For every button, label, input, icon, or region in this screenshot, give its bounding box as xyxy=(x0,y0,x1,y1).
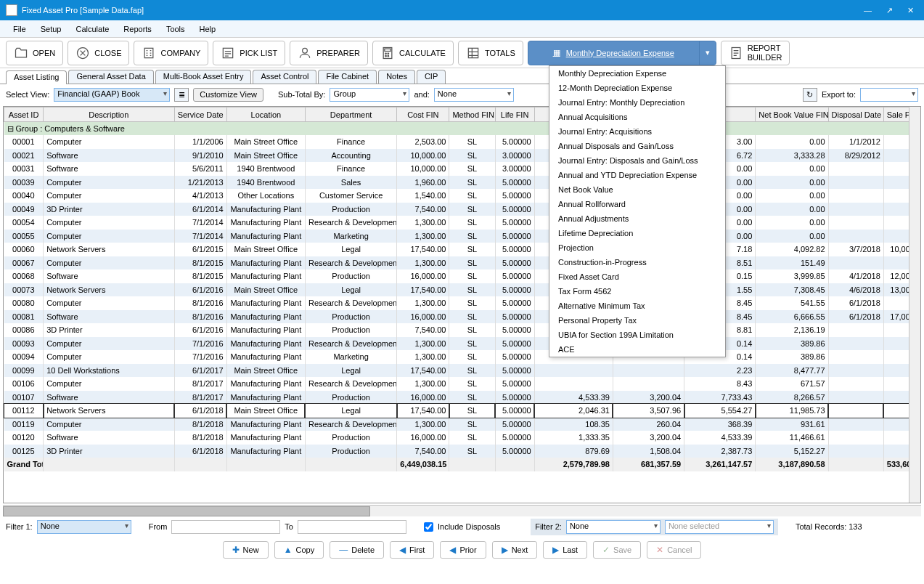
table-row[interactable]: 00068Software8/1/2015Manufacturing Plant… xyxy=(4,269,920,283)
table-row[interactable]: 00054Computer7/1/2014Manufacturing Plant… xyxy=(4,216,920,230)
maximize-button[interactable]: ↗ xyxy=(882,4,897,17)
table-row[interactable]: 00112Network Servers6/1/2018Main Street … xyxy=(4,404,920,418)
first-button[interactable]: ◀First xyxy=(390,541,434,559)
dropdown-item[interactable]: Net Book Value xyxy=(549,182,725,197)
column-header[interactable]: Disposal Date xyxy=(828,108,883,122)
horizontal-scrollbar[interactable] xyxy=(3,505,921,516)
customize-view-button[interactable]: Customize View xyxy=(193,88,263,102)
new-button[interactable]: ✚New xyxy=(223,541,269,559)
prior-button[interactable]: ◀Prior xyxy=(440,541,486,559)
table-row[interactable]: 00120Software8/1/2018Manufacturing Plant… xyxy=(4,431,920,445)
table-row[interactable]: 00081Software8/1/2016Manufacturing Plant… xyxy=(4,310,920,324)
dropdown-item[interactable]: Fixed Asset Card xyxy=(549,269,725,284)
dropdown-item[interactable]: Annual Acquisitions xyxy=(549,110,725,124)
dropdown-item[interactable]: Tax Form 4562 xyxy=(549,284,725,299)
column-header[interactable]: Service Date xyxy=(174,108,226,122)
close-button[interactable]: ✕ xyxy=(903,4,918,17)
dropdown-item[interactable]: UBIA for Section 199A Limitation xyxy=(549,328,725,342)
table-row[interactable]: 001253D Printer6/1/2018Manufacturing Pla… xyxy=(4,445,920,458)
dropdown-item[interactable]: Alternative Minimum Tax xyxy=(549,299,725,313)
group-row[interactable]: ⊟ Group : Computers & Software xyxy=(4,122,920,136)
table-row[interactable]: 00106Computer8/1/2017Manufacturing Plant… xyxy=(4,377,920,391)
table-row[interactable]: 00021Software9/1/2010Main Street OfficeA… xyxy=(4,149,920,163)
dropdown-item[interactable]: Journal Entry: Acquisitions xyxy=(549,124,725,139)
dropdown-item[interactable]: Projection xyxy=(549,240,725,255)
report-builder-button[interactable]: REPORT BUILDER xyxy=(721,41,790,65)
column-header[interactable]: Location xyxy=(226,108,305,122)
report-dropdown-menu[interactable]: Monthly Depreciation Expense12-Month Dep… xyxy=(549,65,726,357)
table-row[interactable]: 0009910 Dell Workstations6/1/2017Main St… xyxy=(4,364,920,378)
last-button[interactable]: ▶Last xyxy=(543,541,587,559)
table-row[interactable]: 00067Computer8/1/2015Manufacturing Plant… xyxy=(4,256,920,270)
tab-file-cabinet[interactable]: File Cabinet xyxy=(318,70,377,84)
column-header[interactable]: Department xyxy=(305,108,396,122)
dropdown-item[interactable]: Annual and YTD Depreciation Expense xyxy=(549,168,725,182)
dropdown-item[interactable]: Personal Property Tax xyxy=(549,313,725,328)
table-row[interactable]: 00080Computer8/1/2016Manufacturing Plant… xyxy=(4,296,920,310)
picklist-button[interactable]: PICK LIST xyxy=(213,41,285,65)
copy-button[interactable]: ▲Copy xyxy=(274,541,324,559)
vertical-scrollbar[interactable] xyxy=(909,107,920,503)
delete-button[interactable]: —Delete xyxy=(330,541,384,559)
filter2-selected-combo[interactable]: None selected xyxy=(665,520,774,534)
column-header[interactable]: Life FIN xyxy=(495,108,534,122)
table-row[interactable]: 00093Computer7/1/2016Manufacturing Plant… xyxy=(4,337,920,351)
tab-multi-book-asset-entry[interactable]: Multi-Book Asset Entry xyxy=(155,70,252,84)
table-row[interactable]: 00055Computer7/1/2014Manufacturing Plant… xyxy=(4,230,920,243)
table-row[interactable]: 00040Computer4/1/2013Other LocationsCust… xyxy=(4,189,920,203)
include-disposals-checkbox[interactable] xyxy=(424,522,433,532)
subtotal-combo[interactable]: Group xyxy=(330,88,409,102)
filter2-combo[interactable]: None xyxy=(566,520,661,534)
totals-button[interactable]: TOTALS xyxy=(458,41,523,65)
company-button[interactable]: COMPANY xyxy=(134,41,208,65)
dropdown-item[interactable]: Journal Entry: Monthly Depreciation xyxy=(549,95,725,110)
table-row[interactable]: 00094Computer7/1/2016Manufacturing Plant… xyxy=(4,350,920,364)
dropdown-item[interactable]: Annual Rollforward xyxy=(549,197,725,211)
asset-grid[interactable]: Asset IDDescriptionService DateLocationD… xyxy=(4,107,920,471)
dropdown-item[interactable]: Lifetime Depreciation xyxy=(549,226,725,240)
tab-asset-listing[interactable]: Asset Listing xyxy=(6,70,67,84)
menu-tools[interactable]: Tools xyxy=(159,22,192,36)
table-row[interactable]: 00001Computer1/1/2006Main Street OfficeF… xyxy=(4,135,920,149)
tab-general-asset-data[interactable]: General Asset Data xyxy=(68,70,153,84)
preparer-button[interactable]: PREPARER xyxy=(290,41,368,65)
subtotal-and-combo[interactable]: None xyxy=(434,88,514,102)
minimize-button[interactable]: — xyxy=(859,4,876,17)
dropdown-item[interactable]: ACE xyxy=(549,342,725,357)
column-header[interactable]: Method FIN xyxy=(449,108,495,122)
to-input[interactable] xyxy=(298,520,406,534)
dropdown-item[interactable]: Annual Adjustments xyxy=(549,211,725,226)
column-header[interactable]: Cost FIN xyxy=(397,108,449,122)
report-dropdown-button[interactable]: ▦Monthly Depreciation Expense▾ xyxy=(528,41,716,65)
refresh-button[interactable]: ↻ xyxy=(803,88,817,102)
close-button[interactable]: CLOSE xyxy=(68,41,129,65)
table-row[interactable]: 00119Computer8/1/2018Manufacturing Plant… xyxy=(4,418,920,431)
table-row[interactable]: 00073Network Servers6/1/2016Main Street … xyxy=(4,283,920,297)
table-row[interactable]: 00107Software8/1/2017Manufacturing Plant… xyxy=(4,391,920,405)
export-combo[interactable] xyxy=(860,88,918,102)
menu-setup[interactable]: Setup xyxy=(33,22,69,36)
tab-cip[interactable]: CIP xyxy=(417,70,446,84)
open-button[interactable]: OPEN xyxy=(6,41,63,65)
tab-notes[interactable]: Notes xyxy=(378,70,415,84)
tab-asset-control[interactable]: Asset Control xyxy=(253,70,316,84)
dropdown-item[interactable]: Monthly Depreciation Expense xyxy=(549,66,725,81)
calculate-button[interactable]: CALCULATE xyxy=(372,41,454,65)
table-row[interactable]: 000863D Printer6/1/2016Manufacturing Pla… xyxy=(4,323,920,337)
table-row[interactable]: 00060Network Servers6/1/2015Main Street … xyxy=(4,243,920,256)
menu-reports[interactable]: Reports xyxy=(116,22,159,36)
column-header[interactable]: Asset ID xyxy=(4,108,44,122)
chevron-down-icon[interactable]: ▾ xyxy=(699,41,716,65)
table-row[interactable]: 00039Computer1/21/20131940 BrentwoodSale… xyxy=(4,176,920,190)
dropdown-item[interactable]: 12-Month Depreciation Expense xyxy=(549,81,725,95)
dropdown-item[interactable]: Construction-in-Progress xyxy=(549,255,725,269)
table-row[interactable]: 000493D Printer6/1/2014Manufacturing Pla… xyxy=(4,203,920,216)
dropdown-item[interactable]: Journal Entry: Disposals and Gain/Loss xyxy=(549,153,725,168)
dropdown-item[interactable]: Annual Disposals and Gain/Loss xyxy=(549,139,725,153)
column-header[interactable]: Net Book Value FIN xyxy=(756,108,828,122)
book-combo[interactable]: Financial (GAAP) Book xyxy=(54,88,170,102)
menu-calculate[interactable]: Calculate xyxy=(68,22,116,36)
column-header[interactable]: Description xyxy=(44,108,174,122)
view-config-button[interactable]: ≣ xyxy=(174,88,189,102)
from-input[interactable] xyxy=(171,520,280,534)
